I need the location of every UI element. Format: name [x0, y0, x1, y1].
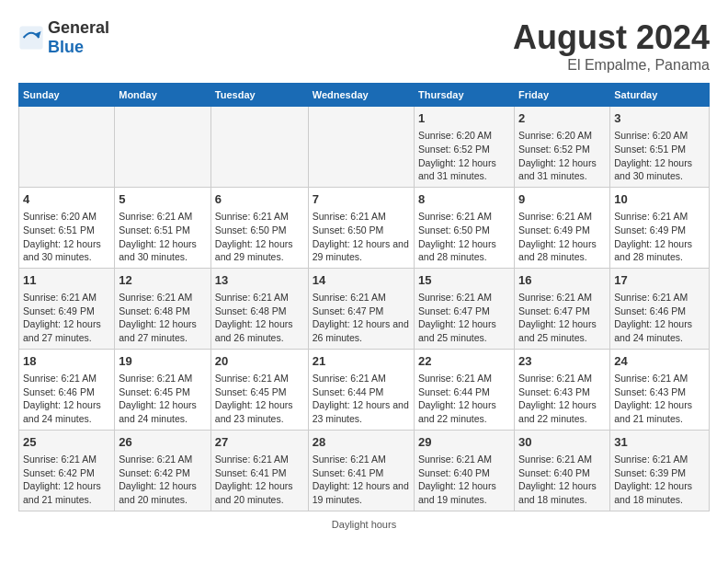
day-info: Sunrise: 6:21 AMSunset: 6:47 PMDaylight:… — [418, 291, 510, 345]
day-info: Sunrise: 6:21 AMSunset: 6:47 PMDaylight:… — [313, 291, 410, 345]
day-number: 9 — [518, 191, 606, 208]
calendar-cell-3-3: 13Sunrise: 6:21 AMSunset: 6:48 PMDayligh… — [210, 268, 308, 349]
calendar-cell-2-4: 7Sunrise: 6:21 AMSunset: 6:50 PMDaylight… — [308, 187, 414, 268]
weekday-header-row: SundayMondayTuesdayWednesdayThursdayFrid… — [19, 84, 710, 107]
day-info: Sunrise: 6:20 AMSunset: 6:52 PMDaylight:… — [518, 129, 606, 183]
week-row-4: 18Sunrise: 6:21 AMSunset: 6:46 PMDayligh… — [19, 349, 710, 430]
day-info: Sunrise: 6:21 AMSunset: 6:39 PMDaylight:… — [614, 453, 705, 507]
calendar-cell-4-5: 22Sunrise: 6:21 AMSunset: 6:44 PMDayligh… — [415, 349, 515, 430]
logo-general: General — [48, 18, 109, 37]
calendar-cell-5-4: 28Sunrise: 6:21 AMSunset: 6:41 PMDayligh… — [308, 430, 414, 511]
calendar-cell-2-3: 6Sunrise: 6:21 AMSunset: 6:50 PMDaylight… — [210, 187, 308, 268]
calendar-cell-1-1 — [19, 107, 115, 188]
day-number: 28 — [313, 434, 410, 451]
day-number: 20 — [215, 353, 304, 370]
calendar-cell-4-1: 18Sunrise: 6:21 AMSunset: 6:46 PMDayligh… — [19, 349, 115, 430]
calendar-cell-1-4 — [308, 107, 414, 188]
day-info: Sunrise: 6:21 AMSunset: 6:49 PMDaylight:… — [23, 291, 110, 345]
day-info: Sunrise: 6:21 AMSunset: 6:48 PMDaylight:… — [119, 291, 207, 345]
calendar-cell-2-2: 5Sunrise: 6:21 AMSunset: 6:51 PMDaylight… — [115, 187, 211, 268]
day-info: Sunrise: 6:21 AMSunset: 6:49 PMDaylight:… — [518, 210, 606, 264]
day-number: 5 — [119, 191, 207, 208]
week-row-5: 25Sunrise: 6:21 AMSunset: 6:42 PMDayligh… — [19, 430, 710, 511]
day-number: 2 — [518, 110, 606, 127]
day-info: Sunrise: 6:20 AMSunset: 6:52 PMDaylight:… — [418, 129, 510, 183]
calendar-cell-5-3: 27Sunrise: 6:21 AMSunset: 6:41 PMDayligh… — [210, 430, 308, 511]
calendar-cell-3-4: 14Sunrise: 6:21 AMSunset: 6:47 PMDayligh… — [308, 268, 414, 349]
day-info: Sunrise: 6:21 AMSunset: 6:42 PMDaylight:… — [119, 453, 207, 507]
day-info: Sunrise: 6:21 AMSunset: 6:45 PMDaylight:… — [119, 372, 207, 426]
day-info: Sunrise: 6:21 AMSunset: 6:45 PMDaylight:… — [215, 372, 304, 426]
calendar-cell-3-5: 15Sunrise: 6:21 AMSunset: 6:47 PMDayligh… — [415, 268, 515, 349]
week-row-2: 4Sunrise: 6:20 AMSunset: 6:51 PMDaylight… — [19, 187, 710, 268]
logo-text: General Blue — [48, 18, 109, 57]
calendar-cell-3-6: 16Sunrise: 6:21 AMSunset: 6:47 PMDayligh… — [515, 268, 610, 349]
calendar-cell-1-3 — [210, 107, 308, 188]
page-header: General Blue August 2024 El Empalme, Pan… — [18, 18, 710, 74]
calendar-cell-4-7: 24Sunrise: 6:21 AMSunset: 6:43 PMDayligh… — [610, 349, 710, 430]
calendar-cell-1-6: 2Sunrise: 6:20 AMSunset: 6:52 PMDaylight… — [515, 107, 610, 188]
weekday-header-friday: Friday — [515, 84, 610, 107]
day-info: Sunrise: 6:21 AMSunset: 6:44 PMDaylight:… — [418, 372, 510, 426]
day-number: 11 — [23, 272, 110, 289]
day-info: Sunrise: 6:21 AMSunset: 6:48 PMDaylight:… — [215, 291, 304, 345]
day-number: 12 — [119, 272, 207, 289]
day-number: 27 — [215, 434, 304, 451]
day-info: Sunrise: 6:21 AMSunset: 6:41 PMDaylight:… — [215, 453, 304, 507]
day-number: 15 — [418, 272, 510, 289]
day-info: Sunrise: 6:20 AMSunset: 6:51 PMDaylight:… — [614, 129, 705, 183]
calendar-cell-2-6: 9Sunrise: 6:21 AMSunset: 6:49 PMDaylight… — [515, 187, 610, 268]
weekday-header-thursday: Thursday — [415, 84, 515, 107]
calendar-cell-4-6: 23Sunrise: 6:21 AMSunset: 6:43 PMDayligh… — [515, 349, 610, 430]
day-info: Sunrise: 6:21 AMSunset: 6:43 PMDaylight:… — [614, 372, 705, 426]
title-block: August 2024 El Empalme, Panama — [513, 18, 710, 74]
day-number: 16 — [518, 272, 606, 289]
calendar-cell-5-5: 29Sunrise: 6:21 AMSunset: 6:40 PMDayligh… — [415, 430, 515, 511]
day-info: Sunrise: 6:21 AMSunset: 6:41 PMDaylight:… — [313, 453, 410, 507]
day-info: Sunrise: 6:21 AMSunset: 6:40 PMDaylight:… — [518, 453, 606, 507]
day-info: Sunrise: 6:21 AMSunset: 6:47 PMDaylight:… — [518, 291, 606, 345]
calendar-table: SundayMondayTuesdayWednesdayThursdayFrid… — [18, 83, 710, 511]
calendar-cell-5-2: 26Sunrise: 6:21 AMSunset: 6:42 PMDayligh… — [115, 430, 211, 511]
logo: General Blue — [18, 18, 109, 57]
day-number: 31 — [614, 434, 705, 451]
day-info: Sunrise: 6:21 AMSunset: 6:46 PMDaylight:… — [614, 291, 705, 345]
weekday-header-tuesday: Tuesday — [210, 84, 308, 107]
day-info: Sunrise: 6:21 AMSunset: 6:46 PMDaylight:… — [23, 372, 110, 426]
calendar-cell-3-7: 17Sunrise: 6:21 AMSunset: 6:46 PMDayligh… — [610, 268, 710, 349]
calendar-cell-4-4: 21Sunrise: 6:21 AMSunset: 6:44 PMDayligh… — [308, 349, 414, 430]
footer: Daylight hours — [18, 519, 710, 530]
day-number: 14 — [313, 272, 410, 289]
calendar-cell-2-1: 4Sunrise: 6:20 AMSunset: 6:51 PMDaylight… — [19, 187, 115, 268]
day-number: 4 — [23, 191, 110, 208]
day-number: 25 — [23, 434, 110, 451]
weekday-header-monday: Monday — [115, 84, 211, 107]
day-info: Sunrise: 6:21 AMSunset: 6:50 PMDaylight:… — [418, 210, 510, 264]
day-number: 1 — [418, 110, 510, 127]
day-number: 30 — [518, 434, 606, 451]
main-title: August 2024 — [513, 18, 710, 57]
day-info: Sunrise: 6:21 AMSunset: 6:50 PMDaylight:… — [215, 210, 304, 264]
calendar-cell-3-1: 11Sunrise: 6:21 AMSunset: 6:49 PMDayligh… — [19, 268, 115, 349]
calendar-cell-2-5: 8Sunrise: 6:21 AMSunset: 6:50 PMDaylight… — [415, 187, 515, 268]
day-number: 6 — [215, 191, 304, 208]
calendar-cell-5-6: 30Sunrise: 6:21 AMSunset: 6:40 PMDayligh… — [515, 430, 610, 511]
day-number: 22 — [418, 353, 510, 370]
day-info: Sunrise: 6:21 AMSunset: 6:49 PMDaylight:… — [614, 210, 705, 264]
day-number: 23 — [518, 353, 606, 370]
logo-icon — [18, 25, 44, 51]
svg-rect-0 — [19, 26, 42, 49]
day-number: 17 — [614, 272, 705, 289]
day-number: 7 — [313, 191, 410, 208]
day-number: 3 — [614, 110, 705, 127]
day-info: Sunrise: 6:20 AMSunset: 6:51 PMDaylight:… — [23, 210, 110, 264]
calendar-cell-3-2: 12Sunrise: 6:21 AMSunset: 6:48 PMDayligh… — [115, 268, 211, 349]
week-row-3: 11Sunrise: 6:21 AMSunset: 6:49 PMDayligh… — [19, 268, 710, 349]
day-number: 13 — [215, 272, 304, 289]
day-number: 10 — [614, 191, 705, 208]
calendar-cell-2-7: 10Sunrise: 6:21 AMSunset: 6:49 PMDayligh… — [610, 187, 710, 268]
weekday-header-saturday: Saturday — [610, 84, 710, 107]
calendar-cell-4-2: 19Sunrise: 6:21 AMSunset: 6:45 PMDayligh… — [115, 349, 211, 430]
day-number: 24 — [614, 353, 705, 370]
day-info: Sunrise: 6:21 AMSunset: 6:51 PMDaylight:… — [119, 210, 207, 264]
